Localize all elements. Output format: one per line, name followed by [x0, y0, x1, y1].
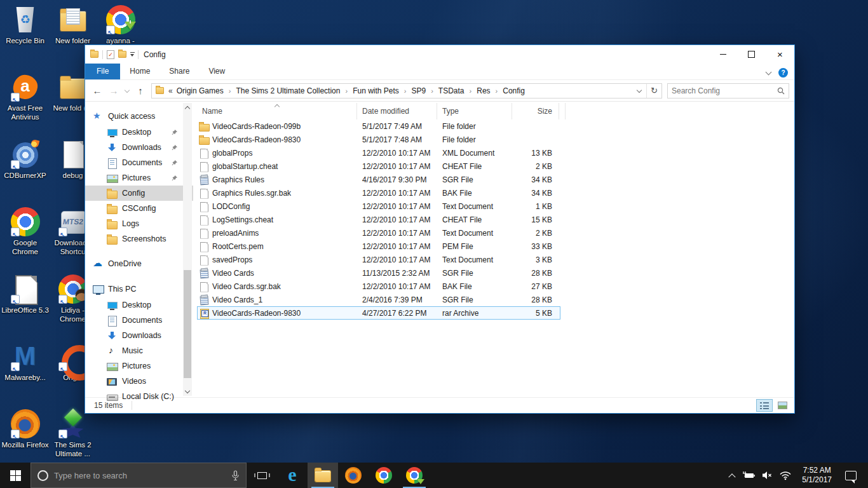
task-view-button[interactable] — [247, 463, 277, 488]
up-button[interactable]: ↑ — [132, 85, 149, 96]
nav-section-this-pc[interactable]: This PC — [85, 281, 193, 297]
wifi-icon[interactable] — [778, 470, 792, 480]
nav-item[interactable]: Desktop — [85, 297, 193, 313]
table-row[interactable]: globalStartup.cheat 12/2/2010 10:17 AM C… — [197, 159, 560, 173]
close-button[interactable]: × — [766, 45, 794, 64]
desktop-icon[interactable]: Malwareby... — [1, 339, 49, 407]
column-header-date[interactable]: Date modified — [357, 103, 437, 119]
taskbar-app-button[interactable] — [338, 463, 369, 488]
taskbar-app-button[interactable] — [369, 463, 399, 488]
desktop-icon[interactable]: CDBurnerXP — [1, 137, 49, 205]
breadcrumb-overflow[interactable]: « — [168, 86, 173, 95]
thumbnail-view-button[interactable] — [774, 399, 790, 412]
history-dropdown-icon[interactable] — [122, 85, 132, 96]
nav-item[interactable]: CSConfig — [85, 201, 193, 216]
file-list: VideoCards-Radeon-099b 5/1/2017 7:49 AM … — [197, 119, 794, 320]
battery-icon[interactable] — [742, 470, 756, 480]
action-center-icon[interactable] — [845, 471, 857, 480]
nav-item[interactable]: Local Disk (C:) — [85, 389, 193, 404]
taskbar-app-button[interactable] — [308, 463, 338, 488]
search-icon[interactable] — [777, 87, 785, 95]
table-row[interactable]: VideoCards-Radeon-9830 5/1/2017 7:48 AM … — [197, 133, 560, 146]
taskbar-search[interactable]: Type here to search — [31, 463, 247, 488]
nav-item[interactable]: Downloads — [85, 328, 193, 343]
table-row[interactable]: Video Cards.sgr.bak 12/2/2010 10:17 AM B… — [197, 280, 560, 293]
nav-item[interactable]: Downloads — [85, 140, 193, 155]
table-row[interactable]: VideoCards-Radeon-099b 5/1/2017 7:49 AM … — [197, 119, 560, 133]
ribbon-tab[interactable]: File — [85, 64, 120, 79]
column-header-size[interactable]: Size — [512, 103, 559, 119]
nav-item[interactable]: Config — [85, 186, 193, 201]
quick-access-toolbar: ✓ — [85, 50, 139, 59]
this-pc-items: Desktop Documents Downloads Musi — [85, 297, 193, 404]
start-button[interactable] — [0, 463, 31, 488]
nav-item[interactable]: Documents — [85, 155, 193, 170]
customize-qat-icon[interactable] — [130, 54, 134, 57]
minimize-button[interactable] — [709, 45, 737, 64]
ribbon-tab[interactable]: Share — [159, 64, 199, 79]
tray-overflow-chevron-icon[interactable] — [729, 473, 736, 480]
help-icon[interactable]: ? — [778, 68, 788, 78]
forward-button[interactable]: → — [105, 85, 122, 96]
table-row[interactable]: Video Cards_1 2/4/2016 7:39 PM SGR File … — [197, 293, 560, 306]
nav-item[interactable]: Screenshots — [85, 231, 193, 247]
breadcrumb-item[interactable]: Fun with Pets — [353, 86, 411, 95]
nav-scrollbar[interactable] — [183, 103, 192, 396]
nav-item[interactable]: Music — [85, 343, 193, 358]
table-row[interactable]: globalProps 12/2/2010 10:17 AM XML Docum… — [197, 146, 560, 159]
nav-section-quick-access[interactable]: Quick access — [85, 108, 193, 125]
taskbar-app-button[interactable] — [399, 463, 430, 488]
nav-item[interactable]: Pictures — [85, 358, 193, 374]
nav-item[interactable]: Logs — [85, 216, 193, 231]
table-row[interactable]: VideoCards-Radeon-9830 4/27/2017 6:22 PM… — [197, 306, 560, 320]
desktop-icon-label: The Sims 2 Ultimate ... — [49, 440, 97, 459]
table-row[interactable]: Graphics Rules 4/16/2017 9:30 PM SGR Fil… — [197, 173, 560, 186]
breadcrumb-item[interactable]: Origin Games — [177, 86, 236, 95]
nav-item[interactable]: Pictures — [85, 170, 193, 186]
ribbon-tab[interactable]: View — [199, 64, 234, 79]
table-row[interactable]: LogSettings.cheat 12/2/2010 10:17 AM CHE… — [197, 213, 560, 226]
desktop-icon-label: Avast Free Antivirus — [1, 104, 49, 122]
scroll-down-icon[interactable] — [183, 387, 192, 396]
address-dropdown-icon[interactable] — [632, 84, 646, 98]
ribbon-collapse-icon[interactable] — [766, 69, 772, 75]
breadcrumb-item[interactable]: The Sims 2 Ultimate Collection — [236, 86, 353, 95]
shortcut-arrow-icon — [11, 227, 20, 236]
table-row[interactable]: Graphics Rules.sgr.bak 12/2/2010 10:17 A… — [197, 186, 560, 200]
breadcrumb-item[interactable]: Res — [477, 86, 503, 95]
column-header-type[interactable]: Type — [437, 103, 512, 119]
nav-item[interactable]: Videos — [85, 374, 193, 389]
table-row[interactable]: LODConfig 12/2/2010 10:17 AM Text Docume… — [197, 200, 560, 213]
details-view-button[interactable] — [756, 399, 773, 412]
new-folder-icon[interactable] — [118, 51, 126, 58]
scroll-up-icon[interactable] — [183, 103, 192, 112]
breadcrumb-item[interactable]: Config — [503, 86, 525, 95]
ribbon-tab[interactable]: Home — [120, 64, 159, 79]
microphone-icon[interactable] — [231, 470, 240, 481]
table-row[interactable]: Video Cards 11/13/2015 2:32 AM SGR File … — [197, 266, 560, 280]
desktop-icon[interactable]: Avast Free Antivirus — [1, 70, 49, 137]
address-bar[interactable]: « Origin GamesThe Sims 2 Ultimate Collec… — [151, 83, 662, 98]
nav-item[interactable]: Desktop — [85, 125, 193, 140]
scrollbar-thumb[interactable] — [184, 270, 191, 379]
refresh-icon[interactable]: ↻ — [646, 84, 661, 98]
breadcrumb-item[interactable]: TSData — [438, 86, 477, 95]
clock[interactable]: 7:52 AM 5/1/2017 — [797, 466, 837, 485]
table-row[interactable]: preloadAnims 12/2/2010 10:17 AM Text Doc… — [197, 226, 560, 240]
desktop-icon[interactable]: Recycle Bin — [1, 3, 49, 70]
nav-item[interactable]: Documents — [85, 313, 193, 328]
taskbar-app-button[interactable] — [277, 463, 308, 488]
search-box[interactable]: Search Config — [667, 83, 789, 98]
table-row[interactable]: RootCerts.pem 12/2/2010 10:17 AM PEM Fil… — [197, 240, 560, 253]
maximize-button[interactable] — [737, 45, 766, 64]
properties-icon[interactable]: ✓ — [107, 50, 114, 59]
file-name: VideoCards-Radeon-099b — [212, 122, 301, 131]
desktop-icon[interactable]: Google Chrome — [1, 205, 49, 272]
breadcrumb-item[interactable]: SP9 — [412, 86, 438, 95]
desktop-icon[interactable]: LibreOffice 5.3 — [1, 272, 49, 339]
nav-section-onedrive[interactable]: OneDrive — [85, 255, 193, 272]
volume-muted-icon[interactable] — [760, 470, 774, 480]
table-row[interactable]: savedProps 12/2/2010 10:17 AM Text Docum… — [197, 253, 560, 266]
back-button[interactable]: ← — [89, 85, 105, 96]
column-header-name[interactable]: Name — [197, 103, 357, 119]
